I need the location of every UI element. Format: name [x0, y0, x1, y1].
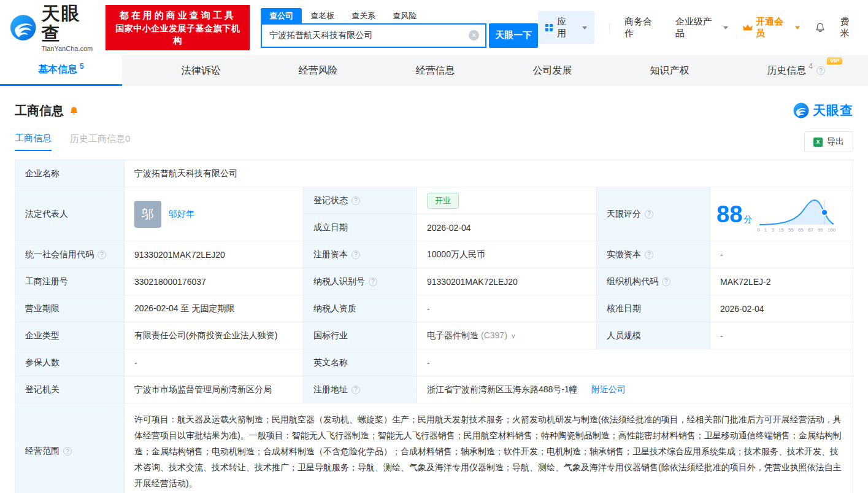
approval-date-value: 2026-02-04 [710, 295, 853, 322]
tab-operation-info[interactable]: 经营信息 [398, 55, 474, 86]
company-type-value: 有限责任公司(外商投资企业法人独资) [125, 322, 304, 349]
crown-icon [743, 23, 753, 32]
tab-history-info-label: 历史信息 [767, 64, 806, 77]
paid-capital-value: - [710, 241, 853, 268]
row-type-industry: 企业类型 有限责任公司(外商投资企业法人独资) 国标行业 电子器件制造(C397… [15, 322, 853, 349]
row-legal-rep-status: 法定代表人 邬 邬好年 登记状态 开业 天眼评分 88分 [15, 187, 853, 214]
business-scope-label: 经营范围 [15, 403, 125, 493]
insured-count-label: 参保人数 [15, 349, 125, 376]
search-tabs: 查公司 查老板 查关系 查风险 [261, 8, 538, 23]
vip-badge: VIP [827, 57, 842, 64]
business-term-label: 营业期限 [15, 295, 125, 322]
export-button[interactable]: 导出 [804, 131, 853, 152]
legal-rep-link[interactable]: 邬好年 [169, 209, 194, 220]
help-icon[interactable] [645, 250, 653, 259]
row-authority-address: 登记机关 宁波市市场监督管理局前湾新区分局 注册地址 浙江省宁波前湾新区玉海东路… [15, 376, 853, 403]
tab-operation-risk[interactable]: 经营风险 [280, 55, 356, 86]
status-badge: 开业 [427, 193, 459, 209]
apps-menu[interactable]: 应用 [538, 11, 594, 44]
score-axis-labels: 0131555658799100 [757, 227, 835, 233]
reg-number-value: 330218000176037 [125, 268, 304, 295]
reg-authority-value: 宁波市市场监督管理局前湾新区分局 [125, 376, 304, 403]
english-name-value: - [417, 349, 853, 376]
logo-domain: TianYanCha.com [41, 45, 99, 52]
slogan-line1: 都在用的商业查询工具 [112, 9, 244, 22]
taxpayer-qualification-label: 纳税人资质 [304, 295, 417, 322]
reg-capital-label: 注册资本 [304, 241, 417, 268]
top-header: 天眼查 TianYanCha.com 都在用的商业查询工具 国家中小企业发展子基… [0, 0, 868, 55]
section-title: 工商信息 [15, 103, 64, 119]
legal-rep-value: 邬 邬好年 [125, 187, 304, 241]
chevron-down-icon[interactable] [511, 332, 516, 340]
tab-history-info[interactable]: VIP 历史信息 4 [748, 55, 843, 86]
search-tab-company[interactable]: 查公司 [261, 8, 302, 23]
subscribe-bell-icon[interactable] [69, 106, 79, 116]
main-content: 工商信息 天眼查 工商信息 历史工商信息0 导出 企业名称 宁波拓普航天科技有限… [0, 102, 868, 493]
row-term-approval: 营业期限 2026-02-04 至 无固定期限 纳税人资质 - 核准日期 202… [15, 295, 853, 322]
tab-company-development[interactable]: 公司发展 [514, 55, 590, 86]
help-icon[interactable] [351, 196, 360, 205]
industry-label: 国标行业 [304, 322, 417, 349]
tab-intellectual-property[interactable]: 知识产权 [631, 55, 707, 86]
org-code-label: 组织机构代码 [597, 268, 710, 295]
help-icon[interactable] [662, 278, 670, 286]
clear-search-icon[interactable] [469, 30, 479, 41]
reg-authority-label: 登记机关 [15, 376, 125, 403]
tab-intellectual-property-label: 知识产权 [650, 64, 689, 77]
org-code-value: MAK72LEJ-2 [710, 268, 853, 295]
tianyancha-logo[interactable]: 天眼查 TianYanCha.com [10, 3, 99, 52]
score-value: 88分 0131555658799100 [710, 187, 853, 241]
subtab-history-business-info[interactable]: 历史工商信息0 [70, 133, 130, 150]
row-business-scope: 经营范围 许可项目：航天器及运载火箭制造；民用航空器（发动机、螺旋桨）生产；民用… [15, 403, 853, 493]
help-icon[interactable] [98, 250, 106, 259]
menu-vip-label: 开通会员 [756, 16, 792, 39]
search-tab-relation[interactable]: 查关系 [343, 8, 384, 23]
help-icon[interactable] [351, 386, 360, 394]
company-name-value: 宁波拓普航天科技有限公司 [125, 160, 853, 187]
chevron-down-icon [582, 26, 587, 29]
industry-value: 电子器件制造(C397) [417, 322, 597, 349]
subtab-business-info[interactable]: 工商信息 [15, 133, 52, 151]
row-credit-capital: 统一社会信用代码 91330201MAK72LEJ20 注册资本 10000万人… [15, 241, 853, 268]
excel-icon [813, 138, 823, 147]
paid-capital-label: 实缴资本 [597, 241, 710, 268]
insured-count-value: - [125, 349, 304, 376]
brand-watermark-text: 天眼查 [813, 102, 853, 119]
nearby-companies-link[interactable]: 附近公司 [591, 384, 626, 394]
help-icon[interactable] [369, 278, 377, 286]
search-tab-boss[interactable]: 查老板 [302, 8, 343, 23]
menu-cooperation[interactable]: 商务合作 [624, 16, 661, 39]
industry-code: (C397) [481, 330, 507, 340]
help-icon[interactable] [63, 447, 72, 456]
menu-enterprise-products[interactable]: 企业级产品 [675, 16, 728, 39]
menu-open-vip[interactable]: 开通会员 [743, 16, 799, 39]
menu-user-feimi[interactable]: 费米 [840, 16, 858, 39]
help-icon[interactable] [351, 250, 360, 259]
apps-grid-icon [545, 24, 553, 31]
search-button[interactable]: 天眼一下 [489, 23, 538, 48]
slogan-banner: 都在用的商业查询工具 国家中小企业发展子基金旗下机构 [106, 5, 250, 50]
tianyancha-watermark-icon [793, 103, 809, 118]
tab-basic-info[interactable]: 基本信息 5 [0, 55, 122, 86]
help-icon[interactable] [645, 210, 653, 219]
help-icon[interactable] [816, 66, 825, 75]
reg-number-label: 工商注册号 [15, 268, 125, 295]
tab-history-info-count: 4 [808, 62, 813, 71]
est-date-label: 成立日期 [304, 214, 417, 241]
search-input[interactable] [262, 31, 469, 41]
notifications-bell-icon[interactable] [815, 22, 826, 33]
menu-divider [609, 22, 610, 33]
search-tab-risk[interactable]: 查风险 [384, 8, 425, 23]
row-insured-english: 参保人数 - 英文名称 - [15, 349, 853, 376]
row-reg-numbers: 工商注册号 330218000176037 纳税人识别号 91330201MAK… [15, 268, 853, 295]
legal-rep-avatar[interactable]: 邬 [134, 201, 161, 228]
score-number: 88分 [716, 203, 752, 226]
tab-basic-info-label: 基本信息 [38, 63, 77, 76]
credit-code-label: 统一社会信用代码 [15, 241, 125, 268]
tianyancha-logo-icon [10, 14, 36, 41]
reg-capital-value: 10000万人民币 [417, 241, 597, 268]
tab-company-development-label: 公司发展 [532, 64, 572, 77]
company-type-label: 企业类型 [15, 322, 125, 349]
search-box [261, 23, 486, 48]
tab-legal-proceedings[interactable]: 法律诉讼 [163, 55, 239, 86]
